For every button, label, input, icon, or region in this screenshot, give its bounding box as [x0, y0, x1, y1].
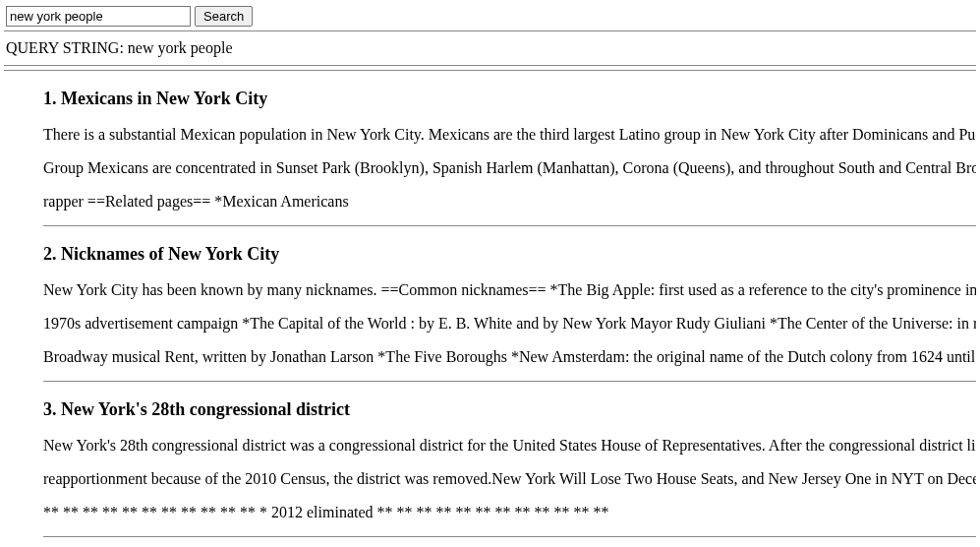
- divider: [43, 536, 976, 537]
- result-rank: 3.: [43, 399, 57, 419]
- result-snippet-line: There is a substantial Mexican populatio…: [43, 125, 976, 145]
- search-result: 1. Mexicans in New York City There is a …: [43, 89, 976, 226]
- divider: [4, 30, 976, 31]
- divider: [43, 381, 976, 382]
- result-title-text: Nicknames of New York City: [61, 244, 279, 264]
- results-container: 1. Mexicans in New York City There is a …: [43, 89, 976, 547]
- divider: [4, 70, 976, 71]
- result-snippet-line: New York's 28th congressional district w…: [43, 436, 976, 456]
- search-input[interactable]: [6, 6, 191, 27]
- search-form: Search: [6, 6, 974, 27]
- result-snippet-line: reapportionment because of the 2010 Cens…: [43, 469, 976, 489]
- divider: [43, 225, 976, 226]
- result-rank: 2.: [43, 244, 57, 264]
- result-snippet-line: 1970s advertisement campaign *The Capita…: [43, 314, 976, 334]
- result-title: 2. Nicknames of New York City: [43, 244, 976, 265]
- result-title-text: New York's 28th congressional district: [61, 399, 350, 419]
- result-snippet-line: ** ** ** ** ** ** ** ** ** ** ** * 2012 …: [43, 503, 976, 522]
- query-string-label: QUERY STRING:: [6, 39, 124, 56]
- result-snippet-line: New York City has been known by many nic…: [43, 280, 976, 300]
- query-string-row: QUERY STRING: new york people: [6, 39, 974, 57]
- result-snippet-line: rapper ==Related pages== *Mexican Americ…: [43, 192, 976, 212]
- result-snippet-line: Broadway musical Rent, written by Jonath…: [43, 347, 976, 367]
- query-string-value: new york people: [128, 39, 233, 56]
- result-title: 3. New York's 28th congressional distric…: [43, 399, 976, 420]
- result-snippet-line: Group Mexicans are concentrated in Sunse…: [43, 158, 976, 178]
- search-result: 3. New York's 28th congressional distric…: [43, 399, 976, 537]
- search-result: 2. Nicknames of New York City New York C…: [43, 244, 976, 382]
- divider: [4, 65, 976, 66]
- result-title: 1. Mexicans in New York City: [43, 89, 976, 109]
- result-rank: 1.: [43, 89, 57, 108]
- search-button[interactable]: Search: [195, 6, 253, 27]
- result-title-text: Mexicans in New York City: [61, 89, 267, 108]
